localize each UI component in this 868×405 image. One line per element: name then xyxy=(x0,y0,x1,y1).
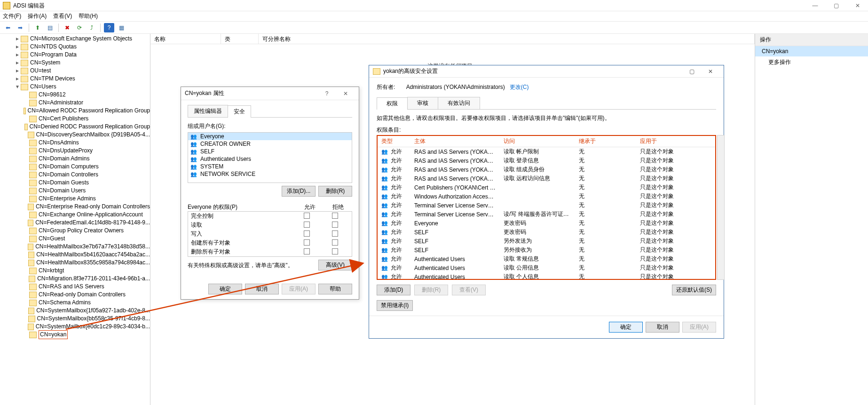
tree-item[interactable]: CN=Administrator xyxy=(6,99,150,107)
allow-checkbox[interactable] xyxy=(304,213,310,219)
tab-auditing[interactable]: 审核 xyxy=(407,97,438,109)
show-hide-tree-button[interactable]: ▤ xyxy=(45,23,55,32)
close-button[interactable]: ✕ xyxy=(847,0,868,11)
permission-entry-row[interactable]: 允许SELF更改密码无只是这个对象 xyxy=(378,228,715,237)
minimize-button[interactable]: — xyxy=(805,0,826,11)
allow-checkbox[interactable] xyxy=(304,248,310,254)
group-item[interactable]: 👥Everyone xyxy=(188,133,352,140)
allow-checkbox[interactable] xyxy=(304,239,310,246)
permission-entry-row[interactable]: 允许SELF另外接收为无只是这个对象 xyxy=(378,246,715,254)
remove-button[interactable]: 删除(R) xyxy=(318,186,352,197)
col-type[interactable]: 类型 xyxy=(378,136,410,147)
list-col-class[interactable]: 类 xyxy=(221,34,259,44)
tree-item[interactable]: CN=krbtgt xyxy=(6,267,150,275)
tree-item[interactable]: CN=Allowed RODC Password Replication Gro… xyxy=(6,107,150,115)
group-item[interactable]: 👥CREATOR OWNER xyxy=(188,140,352,148)
tree-item[interactable]: CN=Guest xyxy=(6,235,150,243)
permission-entry-row[interactable]: 允许Terminal Server License Servers...无只是这… xyxy=(378,201,715,210)
expand-toggle[interactable]: ▸ xyxy=(14,43,21,51)
titlebar[interactable]: ADSI 编辑器 — ▢ ✕ xyxy=(0,0,868,11)
permission-entry-row[interactable]: 允许RAS and IAS Servers (YOKAN\R...读取 远程访问… xyxy=(378,174,715,183)
col-inherit[interactable]: 继承于 xyxy=(575,136,636,147)
tree-item[interactable]: ▸CN=TPM Devices xyxy=(6,75,150,83)
properties-help-button2[interactable]: 帮助 xyxy=(318,284,352,294)
menu-view[interactable]: 查看(V) xyxy=(53,12,72,20)
group-item[interactable]: 👥Authenticated Users xyxy=(188,155,352,163)
deny-checkbox[interactable] xyxy=(332,230,338,237)
advanced-view-button[interactable]: 查看(V) xyxy=(452,285,486,295)
deny-checkbox[interactable] xyxy=(332,222,338,228)
properties-apply-button[interactable]: 应用(A) xyxy=(282,284,316,294)
permission-entry-row[interactable]: 允许Everyone更改密码无只是这个对象 xyxy=(378,219,715,228)
actions-more[interactable]: 更多操作 xyxy=(755,56,868,68)
permission-entry-row[interactable]: 允许RAS and IAS Servers (YOKAN\R...读取 组成员身… xyxy=(378,165,715,174)
tree-item[interactable]: CN=Group Policy Creator Owners xyxy=(6,227,150,235)
expand-toggle[interactable]: ▸ xyxy=(14,75,21,83)
advanced-titlebar[interactable]: yokan的高级安全设置 ▢ ✕ xyxy=(369,65,724,78)
up-button[interactable]: ⬆ xyxy=(32,23,43,32)
permission-entry-row[interactable]: 允许Terminal Server License Servers...读/写 … xyxy=(378,210,715,219)
tab-permissions[interactable]: 权限 xyxy=(377,97,408,110)
permission-entry-row[interactable]: 允许RAS and IAS Servers (YOKAN\R...读取 帐户限制… xyxy=(378,147,715,157)
groups-listbox[interactable]: 👥Everyone👥CREATOR OWNER👥SELF👥Authenticat… xyxy=(188,132,352,183)
tree-item[interactable]: CN=SystemMailbox{e0dc1c29-89c3-4034-b... xyxy=(6,323,150,331)
expand-toggle[interactable]: ▸ xyxy=(14,59,21,67)
tree-item[interactable]: CN=Schema Admins xyxy=(6,299,150,307)
tree-item[interactable]: ▸OU=test xyxy=(6,67,150,75)
permission-entry-row[interactable]: 允许RAS and IAS Servers (YOKAN\R...读取 登录信息… xyxy=(378,156,715,165)
tree-item[interactable]: CN=Denied RODC Password Replication Grou… xyxy=(6,123,150,131)
help-button[interactable]: ? xyxy=(104,23,114,32)
tree-item[interactable]: CN=98612 xyxy=(6,91,150,99)
expand-toggle[interactable]: ▾ xyxy=(14,83,21,91)
group-item[interactable]: 👥NETWORK SERVICE xyxy=(188,170,352,178)
expand-toggle[interactable]: ▸ xyxy=(14,67,21,75)
allow-checkbox[interactable] xyxy=(304,222,310,228)
actions-selected[interactable]: CN=yokan xyxy=(755,46,868,56)
tree-item[interactable]: CN=Exchange Online-ApplicationAccount xyxy=(6,211,150,219)
tree-item[interactable]: CN=HealthMailbox3e7b67a77e3148b38d58... xyxy=(6,243,150,251)
col-access[interactable]: 访问 xyxy=(500,136,575,147)
permission-entry-row[interactable]: 允许SELF另外发送为无只是这个对象 xyxy=(378,237,715,246)
tree-item[interactable]: CN=Domain Users xyxy=(6,187,150,195)
tree-pane[interactable]: ▸CN=Microsoft Exchange System Objects▸CN… xyxy=(0,34,150,405)
tree-item[interactable]: CN=yokan xyxy=(6,331,150,339)
list-col-name[interactable]: 名称 xyxy=(150,34,221,44)
menu-action[interactable]: 操作(A) xyxy=(28,12,47,20)
deny-checkbox[interactable] xyxy=(332,213,338,219)
allow-checkbox[interactable] xyxy=(304,230,310,237)
tree-item[interactable]: CN=HealthMailbox8355c9858a794c8984ac... xyxy=(6,259,150,267)
permission-entry-row[interactable]: 允许Authenticated Users读取 公用信息无只是这个对象 xyxy=(378,263,715,272)
forward-button[interactable]: ➡ xyxy=(15,23,25,32)
tree-item[interactable]: ▸CN=NTDS Quotas xyxy=(6,43,150,51)
tree-item[interactable]: CN=Cert Publishers xyxy=(6,115,150,123)
tree-item[interactable]: CN=DnsUpdateProxy xyxy=(6,147,150,155)
deny-checkbox[interactable] xyxy=(332,239,338,246)
tree-item[interactable]: CN=SystemMailbox{1f05a927-1adb-402e-8... xyxy=(6,307,150,315)
refresh-button[interactable]: ⟳ xyxy=(74,23,85,32)
tree-item[interactable]: ▸CN=Microsoft Exchange System Objects xyxy=(6,35,150,43)
group-item[interactable]: 👥SYSTEM xyxy=(188,163,352,170)
tree-item[interactable]: CN=Domain Computers xyxy=(6,163,150,171)
advanced-close-button[interactable]: ✕ xyxy=(701,68,720,75)
scrollbar[interactable] xyxy=(717,135,725,280)
tree-item[interactable]: CN=Enterprise Admins xyxy=(6,195,150,203)
col-apply[interactable]: 应用于 xyxy=(636,136,715,147)
disable-inheritance-button[interactable]: 禁用继承(I) xyxy=(377,300,413,311)
tree-item[interactable]: CN=FederatedEmail.4c1f4d8b-8179-4148-9..… xyxy=(6,219,150,227)
permission-entry-row[interactable]: 允许Windows Authorization Access ...无只是这个对… xyxy=(378,192,715,201)
tree-item[interactable]: CN=Enterprise Read-only Domain Controlle… xyxy=(6,203,150,211)
tree-item[interactable]: CN=Migration.8f3e7716-2011-43e4-96b1-a..… xyxy=(6,275,150,283)
properties-ok-button[interactable]: 确定 xyxy=(208,284,242,294)
tree-item[interactable]: CN=HealthMailbox5b41620aacc7454ba2ac... xyxy=(6,251,150,259)
tab-effective-access[interactable]: 有效访问 xyxy=(438,97,480,109)
advanced-remove-button[interactable]: 删除(R) xyxy=(414,285,448,295)
tree-item[interactable]: CN=Domain Controllers xyxy=(6,171,150,179)
add-button[interactable]: 添加(D)... xyxy=(282,186,316,197)
properties-close-button[interactable]: ✕ xyxy=(336,90,355,97)
tree-item[interactable]: ▾CN=Users xyxy=(6,83,150,91)
permission-entries-list[interactable]: 类型 主体 访问 继承于 应用于 允许RAS and IAS Servers (… xyxy=(377,135,716,280)
advanced-add-button[interactable]: 添加(D) xyxy=(377,285,410,295)
layout-button[interactable]: ▦ xyxy=(116,23,126,32)
tree-item[interactable]: CN=Read-only Domain Controllers xyxy=(6,291,150,299)
expand-toggle[interactable]: ▸ xyxy=(14,35,21,43)
